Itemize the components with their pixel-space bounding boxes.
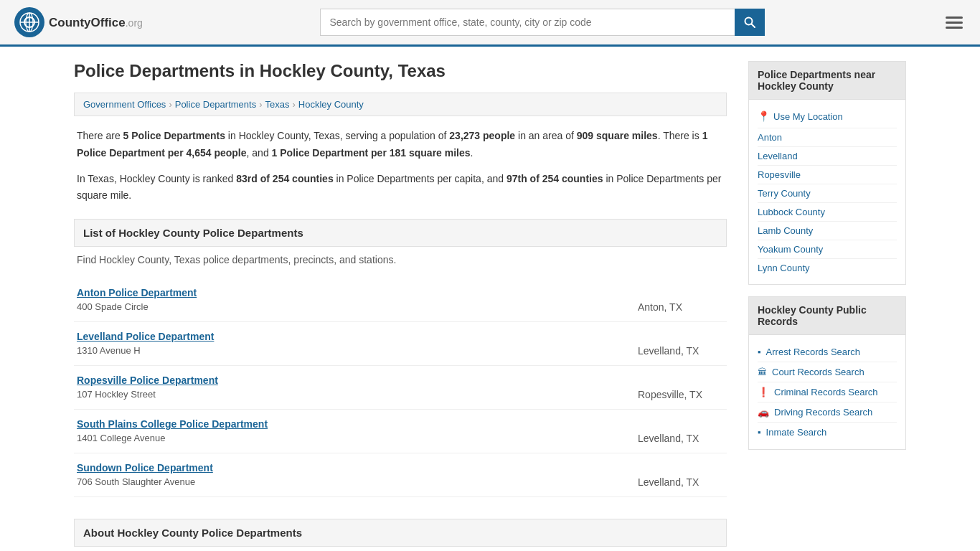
logo-area: CountyOffice.org <box>14 7 143 37</box>
dept-item-0: Anton Police Department 400 Spade Circle… <box>74 278 727 322</box>
nearby-header: Police Departments near Hockley County <box>749 62 905 100</box>
svg-line-6 <box>752 24 755 28</box>
info-population: 23,273 people <box>449 130 515 141</box>
court-icon: 🏛 <box>758 367 767 377</box>
about-section-header: About Hockley County Police Departments <box>74 519 727 547</box>
breadcrumb-item-texas[interactable]: Texas <box>265 99 290 110</box>
breadcrumb-item-police[interactable]: Police Departments <box>175 99 256 110</box>
main-container: Police Departments in Hockley County, Te… <box>60 47 920 551</box>
content-area: Police Departments in Hockley County, Te… <box>74 61 727 551</box>
dept-address-2: 107 Hockley Street <box>77 389 156 400</box>
dept-item-2: Ropesville Police Department 107 Hockley… <box>74 366 727 410</box>
menu-button[interactable] <box>943 14 966 32</box>
nearby-link-2[interactable]: Ropesville <box>758 166 897 184</box>
records-label-4: Inmate Search <box>766 427 827 438</box>
records-label-1: Court Records Search <box>772 367 864 377</box>
info-and: , and <box>247 147 272 159</box>
location-label: Use My Location <box>773 111 843 122</box>
dept-city-2: Ropesville, TX <box>638 375 724 400</box>
location-icon: 📍 <box>758 110 770 122</box>
records-label-0: Arrest Records Search <box>766 347 861 357</box>
dept-city-0: Anton, TX <box>638 287 724 313</box>
info-period2: . <box>471 147 473 159</box>
info-rank-mid: in Police Departments per capita, and <box>334 173 507 184</box>
dept-city-4: Levelland, TX <box>638 462 724 488</box>
nearby-link-6[interactable]: Yoakum County <box>758 240 897 259</box>
dept-city-3: Levelland, TX <box>638 418 724 444</box>
nearby-link-0[interactable]: Anton <box>758 128 897 147</box>
driving-icon: 🚗 <box>758 407 769 418</box>
info-rank1: 83rd of 254 counties <box>236 173 333 184</box>
breadcrumb-item-gov[interactable]: Government Offices <box>83 99 166 110</box>
search-area <box>320 9 765 36</box>
criminal-icon: ❗ <box>758 387 769 397</box>
dept-item-1: Levelland Police Department 1310 Avenue … <box>74 322 727 366</box>
records-header: Hockley County Public Records <box>749 297 905 335</box>
info-period1: . There is <box>658 130 702 141</box>
records-box: Hockley County Public Records ▪ Arrest R… <box>748 296 906 450</box>
info-pre1: There are <box>77 130 123 141</box>
breadcrumb: Government Offices › Police Departments … <box>74 93 727 116</box>
breadcrumb-sep-1: › <box>169 99 171 110</box>
search-button[interactable] <box>735 9 765 36</box>
breadcrumb-item-hockley[interactable]: Hockley County <box>298 99 364 110</box>
records-link-4[interactable]: ▪ Inmate Search <box>758 423 897 442</box>
list-section-header: List of Hockley County Police Department… <box>74 219 727 247</box>
info-block-2: In Texas, Hockley County is ranked 83rd … <box>74 171 727 205</box>
site-header: CountyOffice.org <box>0 0 980 47</box>
department-list: Anton Police Department 400 Spade Circle… <box>74 278 727 497</box>
dept-address-3: 1401 College Avenue <box>77 433 165 443</box>
nearby-link-4[interactable]: Lubbock County <box>758 203 897 222</box>
nearby-link-3[interactable]: Terry County <box>758 184 897 203</box>
info-rank2: 97th of 254 counties <box>507 173 603 184</box>
search-input[interactable] <box>320 9 735 36</box>
breadcrumb-sep-2: › <box>259 99 262 110</box>
dept-address-4: 706 South Slaughter Avenue <box>77 476 195 487</box>
records-link-3[interactable]: 🚗 Driving Records Search <box>758 402 897 423</box>
dept-city-1: Levelland, TX <box>638 331 724 357</box>
info-block-1: There are 5 Police Departments in Hockle… <box>74 128 727 162</box>
breadcrumb-sep-3: › <box>292 99 295 110</box>
info-mid1: in Hockley County, Texas, serving a popu… <box>225 130 449 141</box>
nearby-link-7[interactable]: Lynn County <box>758 259 897 277</box>
list-section-desc: Find Hockley County, Texas police depart… <box>74 254 727 265</box>
nearby-link-5[interactable]: Lamb County <box>758 222 897 240</box>
records-link-1[interactable]: 🏛 Court Records Search <box>758 362 897 382</box>
records-content: ▪ Arrest Records Search 🏛 Court Records … <box>749 335 905 449</box>
info-area: 909 square miles <box>577 130 658 141</box>
info-rank-pre: In Texas, Hockley County is ranked <box>77 173 236 184</box>
info-end1: in an area of <box>515 130 577 141</box>
info-count: 5 Police Departments <box>123 130 225 141</box>
records-link-0[interactable]: ▪ Arrest Records Search <box>758 342 897 362</box>
inmate-icon: ▪ <box>758 427 761 438</box>
info-per-area: 1 Police Department per 181 square miles <box>272 147 471 159</box>
arrest-icon: ▪ <box>758 347 761 357</box>
dept-address-1: 1310 Avenue H <box>77 345 141 356</box>
nearby-link-1[interactable]: Levelland <box>758 147 897 166</box>
dept-name-2[interactable]: Ropesville Police Department <box>77 375 638 386</box>
records-link-2[interactable]: ❗ Criminal Records Search <box>758 382 897 402</box>
logo-icon <box>14 7 44 37</box>
dept-item-4: Sundown Police Department 706 South Slau… <box>74 453 727 497</box>
dept-name-1[interactable]: Levelland Police Department <box>77 331 638 342</box>
dept-name-0[interactable]: Anton Police Department <box>77 287 638 298</box>
sidebar: Police Departments near Hockley County 📍… <box>748 61 906 551</box>
records-label-2: Criminal Records Search <box>774 387 878 397</box>
nearby-content: 📍 Use My Location Anton Levelland Ropesv… <box>749 100 905 284</box>
dept-name-4[interactable]: Sundown Police Department <box>77 462 638 474</box>
dept-item-3: South Plains College Police Department 1… <box>74 410 727 453</box>
logo-text: CountyOffice.org <box>49 15 143 30</box>
nearby-box: Police Departments near Hockley County 📍… <box>748 61 906 285</box>
dept-address-0: 400 Spade Circle <box>77 301 149 312</box>
use-my-location-link[interactable]: 📍 Use My Location <box>758 107 897 128</box>
dept-name-3[interactable]: South Plains College Police Department <box>77 418 638 430</box>
page-title: Police Departments in Hockley County, Te… <box>74 61 727 81</box>
records-label-3: Driving Records Search <box>774 407 872 418</box>
